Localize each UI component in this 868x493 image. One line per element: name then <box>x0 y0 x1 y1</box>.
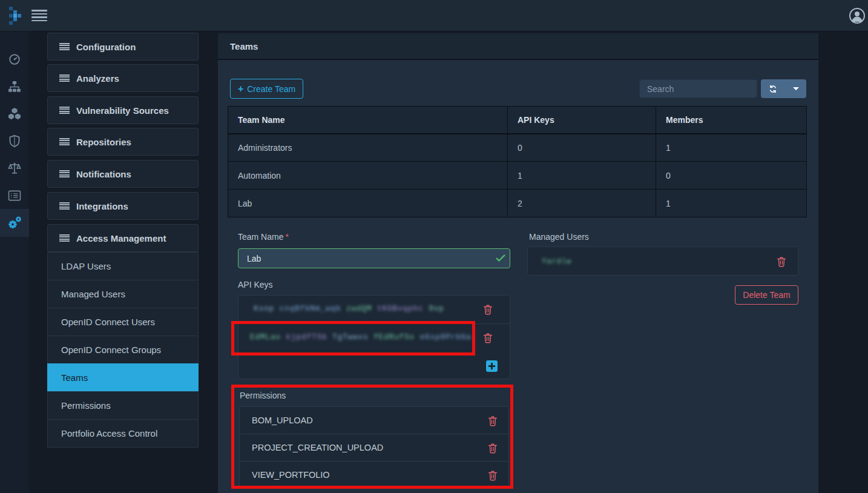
team-name-input[interactable] <box>238 248 510 268</box>
sidebar-item-permissions[interactable]: Permissions <box>47 391 199 420</box>
table-row[interactable]: Lab 2 1 <box>228 190 807 217</box>
sidebar-group-label: Configuration <box>76 42 136 52</box>
column-header-api-keys[interactable]: API Keys <box>508 107 656 134</box>
top-navbar <box>0 0 868 31</box>
team-name-label: Team Name* <box>238 232 289 242</box>
teams-table: Team Name API Keys Members Administrator… <box>228 106 807 217</box>
sidebar-item-label: Portfolio Access Control <box>61 428 157 438</box>
sidebar-item-managed-users[interactable]: Managed Users <box>47 280 199 308</box>
cell-members: 0 <box>656 162 807 190</box>
sidebar-group-label: Analyzers <box>76 73 119 84</box>
sidebar-group-label: Integrations <box>76 201 128 211</box>
sidebar-item-portfolio-access-control[interactable]: Portfolio Access Control <box>47 419 199 448</box>
sidebar-group-configuration[interactable]: Configuration <box>47 33 199 61</box>
app-logo-icon[interactable] <box>7 5 27 26</box>
sidebar-item-teams[interactable]: Teams <box>47 363 199 392</box>
sidebar-group-label: Notifications <box>76 169 131 179</box>
rail-audit-list-card-icon[interactable] <box>0 182 29 209</box>
managed-users-list: Yardlw <box>527 247 798 276</box>
redacted-api-key: Ksnp cnqBfbNm_wqb zwdQM tKGBvqphc 9vp <box>254 305 444 313</box>
cell-api-keys: 0 <box>508 134 656 162</box>
cell-api-keys: 2 <box>508 190 656 217</box>
cell-members: 1 <box>656 134 807 162</box>
api-keys-list: Ksnp cnqBfbNm_wqb zwdQM tKGBvqphc 9vp Ed… <box>238 295 510 379</box>
dependency-track-admin-screen: Configuration Analyzers Vulnerability So… <box>0 0 868 493</box>
cell-team-name: Automation <box>228 162 508 190</box>
sidebar-group-integrations[interactable]: Integrations <box>47 192 199 220</box>
rail-policy-balance-scale-icon[interactable] <box>0 154 29 182</box>
sidebar-toggle-hamburger-icon[interactable] <box>31 10 47 22</box>
rail-vulnerabilities-shield-icon[interactable] <box>0 127 29 154</box>
refresh-button[interactable] <box>761 79 785 98</box>
sidebar-item-label: Teams <box>61 372 88 383</box>
rail-components-cubes-icon[interactable] <box>0 100 29 127</box>
cell-api-keys: 1 <box>508 162 656 190</box>
permission-name: VIEW_PORTFOLIO <box>252 470 330 480</box>
caret-down-icon <box>793 87 799 90</box>
table-header-row: Team Name API Keys Members <box>228 107 807 134</box>
delete-api-key-trash-icon[interactable] <box>482 303 493 316</box>
required-asterisk: * <box>285 232 288 242</box>
cell-members: 1 <box>656 190 807 217</box>
panel-header: Teams <box>218 33 818 60</box>
column-header-team-name[interactable]: Team Name <box>228 107 508 134</box>
column-header-members[interactable]: Members <box>656 107 807 134</box>
page-title: Teams <box>230 33 258 60</box>
sidebar-group-access-management[interactable]: Access Management <box>47 224 199 252</box>
user-avatar-icon[interactable] <box>849 7 866 24</box>
delete-permission-trash-icon[interactable] <box>487 442 498 454</box>
table-row[interactable]: Administrators 0 1 <box>228 134 807 162</box>
sidebar-item-label: OpenID Connect Users <box>61 317 155 327</box>
permission-row: PROJECT_CREATION_UPLOAD <box>239 434 509 462</box>
sidebar-item-label: LDAP Users <box>61 261 111 271</box>
delete-api-key-trash-icon[interactable] <box>482 332 493 344</box>
delete-team-button[interactable]: Delete Team <box>735 285 798 305</box>
rail-administration-gears-icon[interactable] <box>0 209 29 237</box>
sidebar-group-vulnerability-sources[interactable]: Vulnerability Sources <box>47 96 199 124</box>
sidebar-item-label: Managed Users <box>61 289 125 299</box>
sidebar-item-openid-connect-groups[interactable]: OpenID Connect Groups <box>47 336 199 364</box>
delete-permission-trash-icon[interactable] <box>487 469 498 481</box>
permission-row: VIEW_PORTFOLIO <box>239 461 509 489</box>
sidebar-group-repositories[interactable]: Repositories <box>47 128 199 156</box>
api-key-row: Ksnp cnqBfbNm_wqb zwdQM tKGBvqphc 9vp <box>238 296 510 323</box>
rail-dashboard-gauge-icon[interactable] <box>0 45 29 73</box>
icon-rail <box>0 31 29 493</box>
table-row[interactable]: Automation 1 0 <box>228 162 807 190</box>
permissions-label: Permissions <box>240 391 286 400</box>
api-keys-label: API Keys <box>238 280 273 290</box>
rail-projects-sitemap-icon[interactable] <box>0 73 29 100</box>
teams-panel: Teams + Create Team Team Name <box>218 33 818 493</box>
delete-permission-trash-icon[interactable] <box>487 415 498 427</box>
sidebar-group-notifications[interactable]: Notifications <box>47 160 199 188</box>
sidebar-group-label: Access Management <box>76 233 166 243</box>
search-input[interactable] <box>639 79 757 98</box>
managed-users-label: Managed Users <box>529 232 589 242</box>
permission-name: PROJECT_CREATION_UPLOAD <box>252 443 383 452</box>
permission-row: BOM_UPLOAD <box>239 406 509 434</box>
delete-managed-user-trash-icon[interactable] <box>776 256 787 268</box>
columns-dropdown-button[interactable] <box>785 79 806 98</box>
menu-lines-icon <box>59 74 70 82</box>
valid-check-icon <box>495 253 506 263</box>
menu-lines-icon <box>59 107 70 114</box>
sidebar-item-label: OpenID Connect Groups <box>61 345 161 355</box>
menu-lines-icon <box>59 138 70 146</box>
redacted-api-key: EdMLao kjpdfTSb TgTwwvs fEdRufSo eGsp8Pr… <box>250 333 472 342</box>
api-key-row: EdMLao kjpdfTSb TgTwwvs fEdRufSo eGsp8Pr… <box>238 323 510 351</box>
sidebar-item-ldap-users[interactable]: LDAP Users <box>47 252 199 280</box>
cell-team-name: Lab <box>228 190 508 217</box>
sidebar-group-analyzers[interactable]: Analyzers <box>47 64 199 92</box>
menu-lines-icon <box>59 43 70 51</box>
menu-lines-icon <box>59 170 70 178</box>
table-actions-button-group <box>761 79 806 98</box>
plus-icon: + <box>238 84 243 94</box>
add-api-key-plus-icon[interactable] <box>486 360 498 372</box>
redacted-managed-user: Yardlw <box>542 257 571 266</box>
menu-lines-icon <box>59 234 70 242</box>
menu-lines-icon <box>59 202 70 210</box>
sidebar-item-label: Permissions <box>61 400 111 411</box>
sidebar-item-openid-connect-users[interactable]: OpenID Connect Users <box>47 308 199 336</box>
sidebar-group-label: Repositories <box>76 137 131 147</box>
create-team-button[interactable]: + Create Team <box>230 79 303 99</box>
